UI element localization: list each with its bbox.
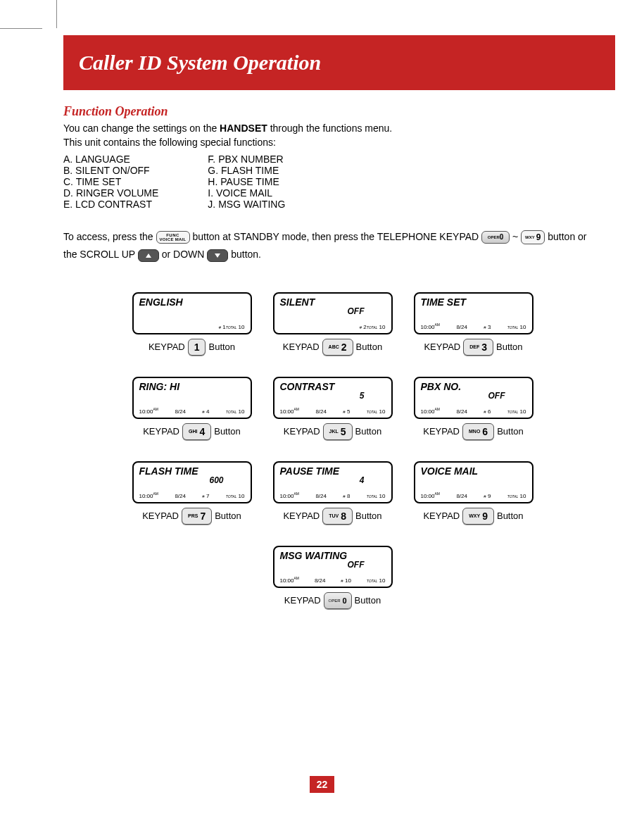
keypad-key-icon: JKL5 bbox=[323, 423, 353, 440]
lcd-status-row: # 1TOTAL 10 bbox=[139, 324, 245, 330]
keypad-label: KEYPAD bbox=[423, 511, 460, 521]
lcd-time: 10:00AM bbox=[280, 491, 300, 499]
lcd-display: PAUSE TIME410:00AM8/24# 8TOTAL 10 bbox=[273, 461, 393, 503]
keypad-key-icon: DEF3 bbox=[463, 339, 493, 356]
access-instructions: To access, press the FUNC VOICE MAIL but… bbox=[63, 228, 602, 263]
lcd-index: # 8 bbox=[343, 493, 350, 499]
screen-row: MSG WAITINGOFF10:00AM8/24# 10TOTAL 10KEY… bbox=[273, 546, 393, 609]
lcd-title: TIME SET bbox=[421, 296, 526, 308]
svg-marker-0 bbox=[146, 253, 151, 258]
screen-block: FLASH TIME60010:00AM8/24# 7TOTAL 10KEYPA… bbox=[132, 461, 252, 525]
lcd-date: 8/24 bbox=[456, 493, 467, 499]
lcd-status-row: 10:00AM8/24# 9TOTAL 10 bbox=[421, 491, 526, 499]
intro-line-1: You can change the settings on the HANDS… bbox=[63, 122, 602, 136]
button-label: Button bbox=[355, 595, 381, 606]
page-number: 22 bbox=[310, 776, 335, 793]
intro-text-a: You can change the settings on the bbox=[63, 123, 220, 134]
lcd-total: TOTAL 10 bbox=[367, 408, 386, 415]
section-heading: Function Operation bbox=[63, 104, 602, 119]
screen-block: MSG WAITINGOFF10:00AM8/24# 10TOTAL 10KEY… bbox=[273, 546, 393, 609]
wxy9-key-icon: WXY 9 bbox=[521, 230, 545, 244]
keypad-caption: KEYPADJKL5Button bbox=[284, 423, 381, 440]
keypad-key-icon: 1 bbox=[188, 339, 206, 356]
function-list: A. LANGUAGE B. SILENT ON/OFF C. TIME SET… bbox=[63, 154, 602, 210]
screen-block: SILENTOFF# 2TOTAL 10KEYPADABC2Button bbox=[273, 292, 393, 356]
lcd-subvalue: 5 bbox=[280, 391, 386, 401]
keypad-key-icon: ABC2 bbox=[322, 339, 353, 356]
lcd-index: # 10 bbox=[341, 577, 351, 584]
keypad-label: KEYPAD bbox=[283, 342, 320, 352]
page-number-wrap: 22 bbox=[0, 776, 644, 793]
screen-block: CONTRAST510:00AM8/24# 5TOTAL 10KEYPADJKL… bbox=[273, 377, 393, 440]
lcd-subvalue: 4 bbox=[280, 475, 386, 485]
lcd-title: RING: HI bbox=[139, 381, 245, 392]
keypad-key-icon: PRS7 bbox=[182, 508, 212, 525]
screen-block: PAUSE TIME410:00AM8/24# 8TOTAL 10KEYPADT… bbox=[273, 461, 393, 525]
access-t5: button. bbox=[231, 249, 261, 260]
lcd-total: TOTAL 10 bbox=[367, 493, 386, 499]
lcd-status-row: 10:00AM8/24# 6TOTAL 10 bbox=[421, 407, 526, 415]
lcd-time: 10:00AM bbox=[421, 407, 441, 415]
keypad-caption: KEYPADMNO6Button bbox=[423, 423, 524, 440]
lcd-index: # 5 bbox=[343, 408, 350, 415]
lcd-title: ENGLISH bbox=[139, 296, 245, 308]
screen-block: ENGLISH# 1TOTAL 10KEYPAD1Button bbox=[132, 292, 252, 356]
lcd-display: SILENTOFF# 2TOTAL 10 bbox=[273, 292, 393, 334]
lcd-status-row: 10:00AM8/24# 8TOTAL 10 bbox=[280, 491, 386, 499]
access-tilde: ~ bbox=[512, 231, 521, 242]
keypad-caption: KEYPADGHI4Button bbox=[143, 423, 241, 440]
lcd-display: VOICE MAIL10:00AM8/24# 9TOTAL 10 bbox=[414, 461, 533, 503]
lcd-display: PBX NO.OFF10:00AM8/24# 6TOTAL 10 bbox=[414, 377, 533, 419]
access-t2: button at STANDBY mode, then press the T… bbox=[192, 231, 481, 242]
intro-line-2: This unit contains the following special… bbox=[63, 136, 602, 150]
keypad-caption: KEYPADTUV8Button bbox=[283, 508, 381, 525]
lcd-subvalue: 600 bbox=[139, 475, 245, 485]
keypad-key-icon: GHI4 bbox=[182, 423, 211, 440]
lcd-display: RING: HI10:00AM8/24# 4TOTAL 10 bbox=[132, 377, 252, 419]
scroll-up-icon bbox=[138, 249, 159, 262]
lcd-display: FLASH TIME60010:00AM8/24# 7TOTAL 10 bbox=[132, 461, 252, 503]
lcd-display: TIME SET10:00AM8/24# 3TOTAL 10 bbox=[414, 292, 533, 334]
lcd-total: TOTAL 10 bbox=[507, 408, 526, 415]
scroll-down-icon bbox=[207, 249, 228, 262]
function-col-1: A. LANGUAGE B. SILENT ON/OFF C. TIME SET… bbox=[63, 154, 158, 210]
lcd-index: # 9 bbox=[484, 493, 491, 499]
lcd-date: 8/24 bbox=[456, 324, 467, 330]
screen-row: RING: HI10:00AM8/24# 4TOTAL 10KEYPADGHI4… bbox=[132, 377, 533, 440]
lcd-status-row: 10:00AM8/24# 10TOTAL 10 bbox=[280, 576, 386, 584]
keypad-label: KEYPAD bbox=[423, 426, 460, 437]
keypad-caption: KEYPADABC2Button bbox=[283, 339, 382, 356]
lcd-subvalue: OFF bbox=[421, 391, 526, 401]
intro-bold: HANDSET bbox=[220, 123, 267, 134]
lcd-total: TOTAL 10 bbox=[507, 493, 526, 499]
lcd-status-row: 10:00AM8/24# 7TOTAL 10 bbox=[139, 491, 245, 499]
lcd-index: # 7 bbox=[202, 493, 209, 499]
keypad-label: KEYPAD bbox=[142, 511, 179, 521]
keypad-label: KEYPAD bbox=[143, 426, 179, 437]
keypad-key-icon: TUV8 bbox=[322, 508, 353, 525]
lcd-date: 8/24 bbox=[315, 577, 326, 584]
lcd-subvalue: OFF bbox=[280, 560, 386, 570]
svg-marker-1 bbox=[215, 253, 220, 258]
button-label: Button bbox=[356, 342, 383, 352]
lcd-time: 10:00AM bbox=[139, 407, 159, 415]
oper0-key-icon: OPER0 bbox=[481, 231, 510, 244]
lcd-date: 8/24 bbox=[315, 408, 327, 415]
keypad-label: KEYPAD bbox=[284, 595, 321, 606]
keypad-label: KEYPAD bbox=[283, 511, 320, 521]
lcd-status-row: 10:00AM8/24# 4TOTAL 10 bbox=[139, 407, 245, 415]
lcd-status-row: # 2TOTAL 10 bbox=[280, 324, 386, 330]
keypad-label: KEYPAD bbox=[149, 342, 185, 352]
button-label: Button bbox=[215, 511, 241, 521]
button-label: Button bbox=[355, 511, 382, 521]
keypad-caption: KEYPADPRS7Button bbox=[142, 508, 241, 525]
lcd-subvalue: OFF bbox=[280, 306, 386, 316]
lcd-status-row: 10:00AM8/24# 3TOTAL 10 bbox=[421, 323, 526, 330]
intro-text-b: through the functions menu. bbox=[267, 123, 392, 134]
lcd-display: ENGLISH# 1TOTAL 10 bbox=[132, 292, 252, 334]
lcd-total: TOTAL 10 bbox=[507, 324, 526, 330]
button-label: Button bbox=[208, 342, 235, 352]
lcd-date: 8/24 bbox=[315, 493, 327, 499]
screen-block: VOICE MAIL10:00AM8/24# 9TOTAL 10KEYPADWX… bbox=[414, 461, 533, 525]
keypad-caption: KEYPADWXY9Button bbox=[423, 508, 523, 525]
